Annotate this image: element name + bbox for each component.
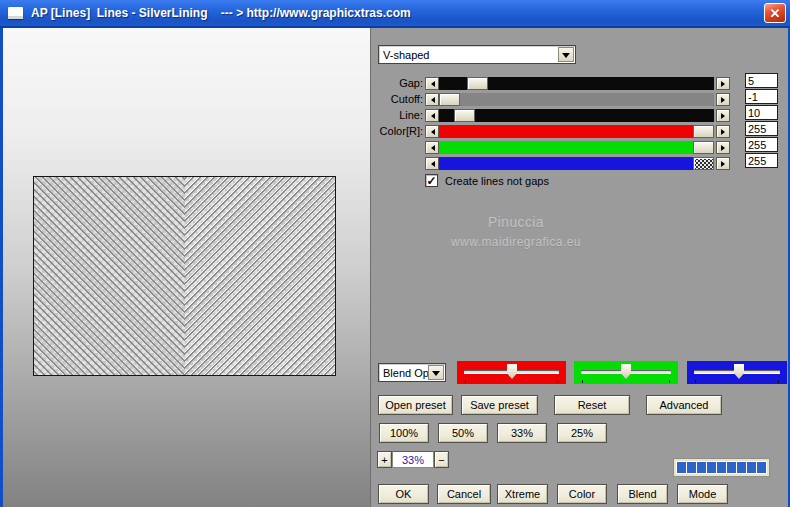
preset-button-advanced[interactable]: Advanced [646, 395, 722, 415]
slider-label: Gap: [371, 77, 423, 90]
arrow-left-icon [428, 81, 435, 87]
progress-segment [727, 462, 736, 473]
blend-trackbar-red[interactable] [457, 361, 566, 384]
progress-segment [737, 462, 746, 473]
checkmark-icon: ✓ [426, 176, 436, 186]
arrow-left-icon [428, 161, 435, 167]
slider-value-input[interactable] [745, 73, 778, 88]
window-title: AP [Lines] Lines - SilverLining --- > ht… [31, 6, 411, 20]
slider-label: Cutoff: [371, 93, 423, 106]
tick-mark [465, 380, 466, 383]
slider-thumb[interactable] [693, 157, 714, 170]
zoom-level-display: 33% [392, 451, 434, 468]
arrow-left-icon [428, 97, 435, 103]
close-button[interactable]: ✕ [764, 3, 786, 23]
blend-trackbar-green[interactable] [574, 361, 678, 384]
zoom-in-button[interactable]: + [377, 451, 392, 468]
percent-button-100[interactable]: 100% [379, 423, 429, 443]
preset-button-reset[interactable]: Reset [554, 395, 630, 415]
percent-button-50[interactable]: 50% [438, 423, 488, 443]
progress-bar [674, 459, 769, 476]
slider-value-input[interactable] [745, 89, 778, 104]
trackbar-thumb[interactable] [507, 364, 517, 379]
tick-mark [778, 380, 779, 383]
pattern-select[interactable]: V-shaped [378, 45, 576, 64]
close-icon: ✕ [770, 6, 781, 21]
window-body: V-shaped ✓ Create lines not gaps Pinucci… [0, 28, 790, 507]
slider-track[interactable] [439, 109, 714, 122]
action-button-xtreme[interactable]: Xtreme [497, 484, 548, 504]
slider-left-arrow[interactable] [425, 125, 439, 138]
action-button-mode[interactable]: Mode [677, 484, 728, 504]
tick-mark [582, 380, 583, 383]
pattern-select-dropdown-button[interactable] [558, 47, 574, 62]
slider-thumb[interactable] [693, 141, 714, 154]
slider-value-input[interactable] [745, 105, 778, 120]
slider-thumb[interactable] [454, 109, 475, 122]
slider-label: Color[R]: [371, 125, 423, 138]
preset-button-open-preset[interactable]: Open preset [378, 395, 453, 415]
preview-pattern-left [34, 177, 185, 375]
slider-track[interactable] [439, 141, 714, 154]
blend-options-select[interactable]: Blend Opti [378, 363, 446, 382]
slider-left-arrow[interactable] [425, 77, 439, 90]
progress-segment [757, 462, 766, 473]
tick-mark [557, 380, 558, 383]
blend-options-value: Blend Opti [383, 367, 434, 379]
arrow-right-icon [721, 81, 728, 87]
progress-segment [707, 462, 716, 473]
slider-right-arrow[interactable] [716, 141, 730, 154]
arrow-left-icon [428, 129, 435, 135]
action-button-cancel[interactable]: Cancel [437, 484, 491, 504]
action-button-blend[interactable]: Blend [617, 484, 668, 504]
slider-value-input[interactable] [745, 137, 778, 152]
trackbar-thumb[interactable] [621, 364, 631, 379]
percent-button-25[interactable]: 25% [557, 423, 607, 443]
slider-thumb[interactable] [467, 77, 488, 90]
blend-options-dropdown-button[interactable] [428, 365, 444, 380]
zoom-out-button[interactable]: − [434, 451, 449, 468]
slider-value-input[interactable] [745, 121, 778, 136]
create-lines-checkbox[interactable]: ✓ [425, 174, 438, 187]
action-button-ok[interactable]: OK [378, 484, 429, 504]
arrow-right-icon [721, 161, 728, 167]
arrow-right-icon [721, 113, 728, 119]
watermark-line2: www.maidiregrafica.eu [429, 234, 604, 249]
titlebar[interactable]: AP [Lines] Lines - SilverLining --- > ht… [0, 0, 790, 28]
slider-right-arrow[interactable] [716, 125, 730, 138]
slider-track[interactable] [439, 125, 714, 138]
progress-segment [697, 462, 706, 473]
tick-mark [669, 380, 670, 383]
blend-trackbar-blue[interactable] [687, 361, 787, 384]
preset-button-save-preset[interactable]: Save preset [461, 395, 538, 415]
slider-right-arrow[interactable] [716, 93, 730, 106]
chevron-down-icon [562, 53, 570, 62]
slider-thumb[interactable] [439, 93, 460, 106]
slider-left-arrow[interactable] [425, 141, 439, 154]
preview-pattern-right [185, 177, 336, 375]
slider-value-input[interactable] [745, 153, 778, 168]
slider-track[interactable] [439, 77, 714, 90]
tick-mark [695, 380, 696, 383]
plus-icon: + [381, 454, 387, 466]
slider-left-arrow[interactable] [425, 109, 439, 122]
preview-canvas[interactable] [33, 176, 336, 376]
slider-label [371, 141, 423, 154]
slider-track[interactable] [439, 157, 714, 170]
trackbar-thumb[interactable] [734, 364, 744, 379]
slider-right-arrow[interactable] [716, 157, 730, 170]
slider-label: Line: [371, 109, 423, 122]
progress-segment [687, 462, 696, 473]
controls-panel: V-shaped ✓ Create lines not gaps Pinucci… [370, 28, 788, 507]
pattern-select-value: V-shaped [383, 49, 429, 61]
percent-button-33[interactable]: 33% [497, 423, 547, 443]
slider-right-arrow[interactable] [716, 109, 730, 122]
slider-right-arrow[interactable] [716, 77, 730, 90]
action-button-color[interactable]: Color [557, 484, 607, 504]
slider-track[interactable] [439, 93, 714, 106]
arrow-left-icon [428, 113, 435, 119]
slider-left-arrow[interactable] [425, 93, 439, 106]
slider-thumb[interactable] [693, 125, 714, 138]
arrow-left-icon [428, 145, 435, 151]
slider-left-arrow[interactable] [425, 157, 439, 170]
